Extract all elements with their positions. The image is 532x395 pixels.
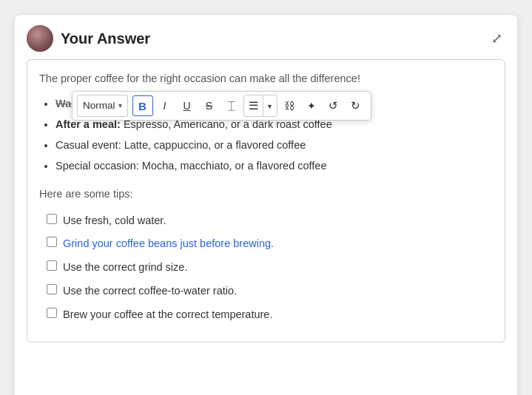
checkbox[interactable]	[47, 214, 57, 224]
magic-button[interactable]: ✦	[301, 95, 322, 116]
style-dropdown-label: Normal	[83, 98, 115, 114]
answer-panel: Your Answer ⤢ The proper coffee for the …	[15, 15, 517, 395]
highlight-button[interactable]: ⌶	[221, 95, 242, 116]
link-button[interactable]: ⛓	[279, 95, 300, 116]
checkbox[interactable]	[47, 284, 57, 294]
checklist-text: Use fresh, cold water.	[63, 212, 166, 230]
formatting-toolbar: Normal ▾ B I U S ⌶ ☰ ▾ ⛓ ✦ ↺ ↻	[72, 91, 371, 121]
checkbox[interactable]	[47, 308, 57, 318]
checklist-item: Use fresh, cold water.	[47, 212, 493, 230]
checklist-item: Use the correct grind size.	[47, 259, 493, 277]
checklist-text: Grind your coffee beans just before brew…	[63, 235, 274, 253]
checklist-text: Use the correct grind size.	[63, 259, 187, 277]
checklist-item: Grind your coffee beans just before brew…	[47, 235, 493, 253]
checklist-item: Use the correct coffee-to-water ratio.	[47, 283, 493, 300]
checklist-text: Brew your coffee at the correct temperat…	[63, 306, 272, 324]
checkbox[interactable]	[47, 260, 57, 271]
intro-text: The proper coffee for the right occasion…	[39, 70, 493, 88]
bold-button[interactable]: B	[132, 95, 153, 116]
list-dropdown-button[interactable]: ▾	[263, 95, 277, 116]
panel-header: Your Answer ⤢	[15, 15, 517, 59]
tips-label: Here are some tips:	[39, 186, 493, 203]
underline-button[interactable]: U	[177, 95, 198, 116]
avatar	[27, 25, 53, 52]
italic-button[interactable]: I	[155, 95, 175, 116]
page-title: Your Answer	[61, 30, 150, 47]
checklist-item: Brew your coffee at the correct temperat…	[47, 306, 493, 324]
chevron-down-icon: ▾	[118, 100, 122, 112]
list-button[interactable]: ☰	[244, 95, 263, 116]
list-item: Casual event: Latte, cappuccino, or a fl…	[55, 137, 493, 155]
checklist: Use fresh, cold water. Grind your coffee…	[39, 212, 493, 325]
style-dropdown[interactable]: Normal ▾	[77, 95, 128, 117]
expand-icon[interactable]: ⤢	[491, 30, 502, 47]
editor-content: The proper coffee for the right occasion…	[27, 60, 505, 342]
bullet-text: Casual event: Latte, cappuccino, or a fl…	[55, 139, 306, 151]
checklist-text: Use the correct coffee-to-water ratio.	[63, 283, 237, 300]
checkbox[interactable]	[47, 237, 57, 247]
editor-area[interactable]: The proper coffee for the right occasion…	[27, 59, 505, 342]
bullet-text: Special occasion: Mocha, macchiato, or a…	[55, 160, 326, 172]
list-button-group: ☰ ▾	[243, 95, 277, 117]
header-left: Your Answer	[27, 25, 150, 52]
strikethrough-button[interactable]: S	[199, 95, 220, 116]
list-item: Special occasion: Mocha, macchiato, or a…	[55, 158, 493, 175]
undo-button[interactable]: ↺	[323, 95, 344, 116]
redo-button[interactable]: ↻	[346, 95, 366, 116]
